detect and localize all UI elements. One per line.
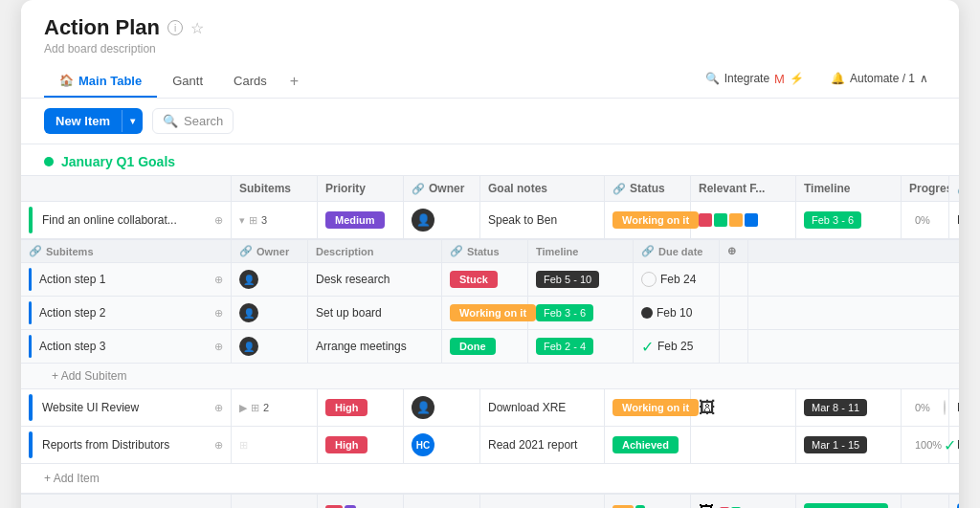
sub-status-badge: Working on it [450,304,536,321]
sub-color-bar [29,268,32,291]
timeline-cell[interactable]: Mar 1 - 15 [796,427,902,463]
sub-avatar: 👤 [239,270,258,289]
due-date-cell: Mar 22 [949,427,959,463]
sub-owner-cell[interactable]: 👤 [232,330,308,363]
col-status: 🔗Status [605,176,691,201]
sub-name-cell: Action step 3 ⊕ [21,330,232,363]
sub-due-cell: ✓ Feb 25 [634,330,720,363]
status-cell[interactable]: Working on it [605,389,691,426]
sub-color-bar [29,335,32,358]
subitems-count-cell[interactable]: ▾ ⊞ 3 [232,202,318,238]
board-tabs: 🏠 Main Table Gantt Cards + [44,65,306,98]
status-badge: Working on it [612,399,699,416]
sub-due-cell: Feb 24 [634,263,720,296]
progress-cell[interactable]: 100% ✓ [902,427,949,463]
relevant-cell[interactable] [691,202,796,238]
subitems-col-headers: 🔗 Subitems 🔗Owner Description 🔗Status Ti… [21,239,959,263]
sub-timeline-cell[interactable]: Feb 5 - 10 [528,263,634,296]
progress-cell[interactable]: 0% [902,202,949,238]
sub-col-add[interactable]: ⊕ [720,240,748,262]
info-icon[interactable]: i [167,20,183,35]
subitems-section: 🔗 Subitems 🔗Owner Description 🔗Status Ti… [21,239,959,389]
due-date-cell: Mar 12 [949,389,959,426]
star-icon[interactable]: ☆ [190,19,204,37]
task-options-icon[interactable]: ⊕ [214,402,223,414]
board-actions-right: 🔍 Integrate M ⚡ 🔔 Automate / 1 ∧ [698,68,936,96]
owner-cell[interactable]: 👤 [404,202,480,238]
sub-status-cell[interactable]: Working on it [442,297,528,329]
add-tab-button[interactable]: + [282,65,306,98]
board-container: Action Plan i ☆ Add board description 🏠 … [21,0,959,508]
task-name: Reports from Distributors [42,438,211,452]
new-item-button[interactable]: New Item ▾ [44,108,143,134]
tab-gantt[interactable]: Gantt [157,66,218,98]
task-row: Website UI Review ⊕ ▶ ⊞ 2 High 👤 Downloa… [21,389,959,427]
tab-cards[interactable]: Cards [218,66,282,98]
sub-timeline-cell[interactable]: Feb 3 - 6 [528,297,634,329]
task-options-icon[interactable]: ⊕ [214,439,223,452]
sub-desc-cell: Desk research [308,263,442,296]
sub-options-icon[interactable]: ⊕ [214,274,223,286]
board-header: Action Plan i ☆ Add board description 🏠 … [21,0,959,99]
sub-owner-cell[interactable]: 👤 [232,263,308,296]
task-color-bar [29,207,33,233]
status-cell[interactable]: Working on it [605,202,691,238]
sub-timeline-cell[interactable]: Feb 2 - 4 [528,330,634,363]
priority-cell[interactable]: Medium [318,202,404,238]
subitems-count-cell[interactable]: ⊞ [232,427,318,463]
status-cell[interactable]: Achieved [605,427,691,463]
board-subtitle[interactable]: Add board description [44,42,936,55]
task-name: Find an online collaborat... [42,213,211,227]
task-name-cell: Website UI Review ⊕ [21,389,232,426]
timeline-cell[interactable]: Mar 8 - 11 [796,389,902,426]
sub-task-name: Action step 2 [39,306,105,320]
search-icon: 🔍 [705,72,720,85]
task-color-bar [29,394,33,421]
sub-status-cell[interactable]: Done [442,330,528,363]
sub-options-icon[interactable]: ⊕ [214,307,223,320]
subitems-count: 3 [261,214,267,226]
priority-badge: High [325,436,368,453]
expand-icon[interactable]: ▶ [239,402,247,414]
sub-col-status: 🔗Status [442,240,528,262]
search-box[interactable]: 🔍 Search [152,108,234,134]
subitem-row: Action step 2 ⊕ 👤 Set up board Working o… [21,297,959,330]
integrate-button[interactable]: 🔍 Integrate M ⚡ [698,68,812,90]
sub-name-cell: Action step 1 ⊕ [21,263,232,296]
progress-cell[interactable]: 0% [902,389,949,426]
gmail-icon: M [774,72,785,86]
tab-main-table[interactable]: 🏠 Main Table [44,66,157,98]
automate-button[interactable]: 🔔 Automate / 1 ∧ [823,68,936,89]
subitem-row: Action step 1 ⊕ 👤 Desk research Stuck Fe… [21,263,959,297]
sub-status-cell[interactable]: Stuck [442,263,528,296]
sub-options-icon[interactable]: ⊕ [214,341,223,353]
sum-empty-1 [21,495,232,508]
relevant-cell[interactable] [691,427,796,463]
sub-owner-cell[interactable]: 👤 [232,297,308,329]
subitems-icon: ⊞ [249,214,257,227]
add-subitem-button[interactable]: + Add Subitem [21,364,959,388]
avatar: 👤 [412,396,434,419]
subitems-icon: ⊞ [251,402,259,414]
add-item-button[interactable]: + Add Item [21,464,959,493]
collapse-icon[interactable]: ▾ [239,214,245,227]
column-headers: Subitems Priority 🔗Owner Goal notes 🔗Sta… [21,175,959,202]
subitems-count-cell[interactable]: ▶ ⊞ 2 [232,389,318,426]
task-options-icon[interactable]: ⊕ [214,214,223,227]
priority-cell[interactable]: High [318,389,404,426]
sum-empty-owner [404,495,480,508]
sub-color-bar [29,301,32,324]
timeline-badge: Mar 1 - 15 [804,436,867,453]
new-item-dropdown-icon[interactable]: ▾ [122,110,143,132]
task-name: Website UI Review [42,401,211,414]
automate-icon: 🔔 [831,72,845,85]
owner-cell[interactable]: 👤 [404,389,480,426]
progress-pct: 100% [915,439,938,451]
owner-cell[interactable]: HC [404,427,480,463]
priority-cell[interactable]: High [318,427,404,463]
avatar: 👤 [412,209,434,232]
sub-task-name: Action step 1 [39,273,105,286]
sum-relevant: 🖼 [691,495,796,508]
timeline-cell[interactable]: Feb 3 - 6 [796,202,902,238]
relevant-cell[interactable]: 🖼 [691,389,796,426]
